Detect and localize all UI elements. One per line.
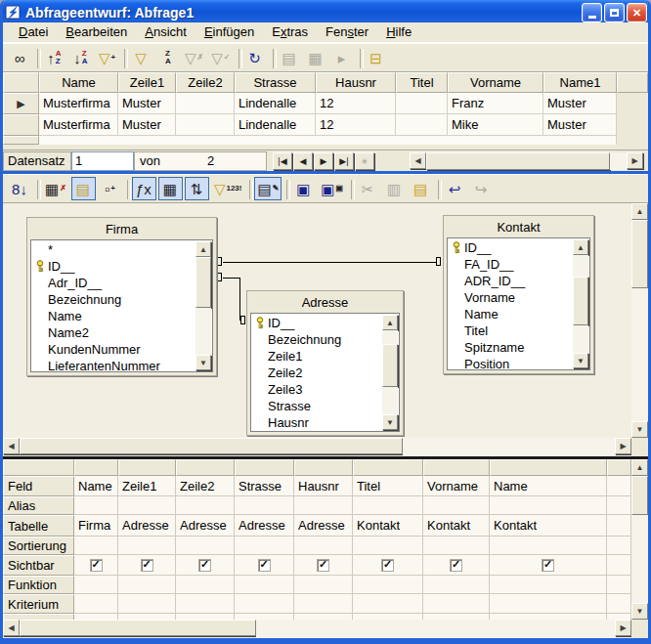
previous-record-button[interactable]: ◀ bbox=[293, 152, 313, 170]
menu-einfuegen[interactable]: Einfügen bbox=[195, 22, 263, 42]
cell[interactable]: Musterfirma bbox=[39, 114, 118, 136]
field-item[interactable]: Bezeichnung bbox=[251, 331, 399, 348]
tabelle-cell[interactable]: Adresse bbox=[294, 515, 353, 537]
cell[interactable]: 12 bbox=[316, 114, 396, 136]
scroll-up-button[interactable] bbox=[195, 241, 211, 257]
filter-remove-icon[interactable]: ▽✗ bbox=[182, 46, 206, 69]
alias-cell[interactable] bbox=[294, 496, 353, 515]
feld-cell[interactable]: Name bbox=[490, 476, 607, 496]
last-record-button[interactable]: ▶| bbox=[334, 152, 354, 170]
scroll-up-button[interactable] bbox=[631, 459, 648, 476]
show-functions-icon[interactable]: ƒx bbox=[132, 177, 156, 200]
kriterium-cell[interactable] bbox=[490, 594, 607, 614]
grid-horizontal-scrollbar[interactable] bbox=[3, 620, 631, 638]
menu-extras[interactable]: Extras bbox=[263, 22, 317, 42]
menu-fenster[interactable]: Fenster bbox=[317, 22, 377, 42]
field-item[interactable]: ID__ bbox=[448, 239, 589, 256]
record-number-input[interactable] bbox=[71, 151, 134, 171]
sortierung-cell[interactable] bbox=[490, 537, 607, 555]
kriterium-cell[interactable] bbox=[423, 594, 490, 614]
scrollbar-thumb[interactable] bbox=[195, 257, 211, 308]
scrollbar-thumb[interactable] bbox=[631, 476, 648, 515]
maximize-button[interactable] bbox=[604, 3, 625, 22]
alias-cell[interactable] bbox=[353, 496, 423, 515]
field-item[interactable]: LieferantenNummer bbox=[31, 358, 212, 372]
sichtbar-checkbox[interactable] bbox=[141, 559, 153, 572]
field-item[interactable]: FA_ID__ bbox=[448, 256, 589, 273]
field-item[interactable]: Vorname bbox=[448, 289, 589, 306]
save-icon[interactable]: ▣ bbox=[291, 177, 316, 200]
table-box-kontakt[interactable]: Kontakt ID__ FA_ID__ ADR_ID__ Vorname bbox=[443, 215, 594, 374]
grid-vertical-scrollbar[interactable] bbox=[631, 459, 648, 620]
field-item[interactable]: Name2 bbox=[31, 324, 212, 341]
cell[interactable]: Muster bbox=[118, 93, 176, 114]
grid-column-header[interactable] bbox=[235, 459, 294, 476]
column-header-zeile1[interactable]: Zeile1 bbox=[118, 72, 176, 93]
sichtbar-checkbox[interactable] bbox=[450, 559, 462, 572]
field-list-scrollbar[interactable] bbox=[382, 315, 398, 430]
scroll-down-button[interactable] bbox=[382, 414, 398, 430]
field-item[interactable]: Position bbox=[448, 356, 589, 370]
kriterium-cell[interactable] bbox=[353, 594, 423, 614]
grid-column-header[interactable] bbox=[294, 459, 353, 476]
design-view-icon[interactable]: ▤ bbox=[71, 177, 96, 200]
scrollbar-thumb[interactable] bbox=[20, 438, 403, 454]
join-line-firma-adresse[interactable] bbox=[223, 278, 240, 279]
new-record-button[interactable]: ∗ bbox=[355, 152, 374, 170]
tabelle-cell[interactable]: Kontakt bbox=[490, 515, 607, 537]
column-header-name1[interactable]: Name1 bbox=[543, 72, 617, 93]
scroll-up-button[interactable] bbox=[382, 315, 398, 330]
field-item[interactable]: Postfach bbox=[251, 431, 399, 432]
sichtbar-checkbox[interactable] bbox=[317, 559, 329, 572]
grid-column-header[interactable] bbox=[353, 459, 423, 476]
funktion-cell[interactable] bbox=[490, 576, 607, 594]
goto-record-icon[interactable]: ▸ bbox=[330, 46, 355, 69]
sichtbar-checkbox[interactable] bbox=[90, 559, 103, 572]
query-design-canvas[interactable]: Firma * ID__ Adr_ID__ Bezeichnung bbox=[3, 203, 631, 438]
tabelle-cell[interactable]: Adresse bbox=[176, 515, 235, 537]
feld-cell[interactable]: Hausnr bbox=[294, 476, 353, 496]
numeric-filter-icon[interactable]: ▽123! bbox=[211, 177, 245, 200]
sort-descending-icon[interactable]: ↓ZA bbox=[68, 46, 93, 69]
funktion-cell[interactable] bbox=[423, 576, 490, 594]
feld-cell[interactable]: Zeile1 bbox=[118, 476, 176, 496]
grid-column-header[interactable] bbox=[490, 459, 607, 476]
design-vertical-scrollbar[interactable] bbox=[631, 203, 648, 438]
properties-icon[interactable]: ▤✎ bbox=[254, 177, 282, 200]
menu-ansicht[interactable]: Ansicht bbox=[136, 22, 195, 42]
sichtbar-checkbox[interactable] bbox=[381, 559, 394, 572]
column-header-zeile2[interactable]: Zeile2 bbox=[176, 72, 235, 93]
field-item[interactable]: * bbox=[31, 241, 212, 258]
cell[interactable]: Muster bbox=[543, 114, 617, 136]
add-table-icon[interactable]: ▫+ bbox=[98, 177, 122, 200]
show-sort-icon[interactable]: ⇅ bbox=[185, 177, 209, 200]
copy-icon[interactable]: ▥ bbox=[382, 177, 407, 200]
funktion-cell[interactable] bbox=[176, 576, 235, 594]
design-horizontal-scrollbar[interactable] bbox=[3, 438, 631, 456]
scroll-right-button[interactable] bbox=[615, 438, 631, 454]
grid-column-header[interactable] bbox=[74, 459, 118, 476]
next-record-button[interactable]: ▶ bbox=[314, 152, 333, 170]
delete-row-icon[interactable]: ▦✗ bbox=[42, 177, 69, 200]
sort-za-icon[interactable]: ZA bbox=[155, 46, 180, 69]
scroll-left-button[interactable] bbox=[3, 620, 20, 636]
undo-icon[interactable]: ↩ bbox=[443, 177, 467, 200]
sichtbar-checkbox[interactable] bbox=[258, 559, 271, 572]
scroll-down-button[interactable] bbox=[631, 603, 648, 620]
alias-cell[interactable] bbox=[118, 496, 176, 515]
table-title[interactable]: Adresse bbox=[247, 291, 403, 313]
funktion-cell[interactable] bbox=[294, 576, 353, 594]
scrollbar-thumb[interactable] bbox=[573, 277, 588, 325]
datasheet-horizontal-scrollbar[interactable] bbox=[410, 152, 643, 170]
menu-datei[interactable]: Datei bbox=[10, 22, 57, 42]
kriterium-cell[interactable] bbox=[176, 594, 235, 614]
find-icon[interactable]: ∞ bbox=[8, 46, 32, 69]
column-header-name[interactable]: Name bbox=[39, 72, 118, 93]
save-all-icon[interactable]: ▣▣ bbox=[318, 177, 346, 200]
field-item[interactable]: Name bbox=[448, 306, 589, 322]
join-line-firma-adresse[interactable] bbox=[239, 278, 240, 321]
kriterium-cell[interactable] bbox=[294, 594, 353, 614]
grid-column-header[interactable] bbox=[3, 459, 74, 476]
field-item[interactable]: Adr_ID__ bbox=[31, 275, 212, 291]
field-item[interactable]: Zeile1 bbox=[251, 348, 399, 365]
